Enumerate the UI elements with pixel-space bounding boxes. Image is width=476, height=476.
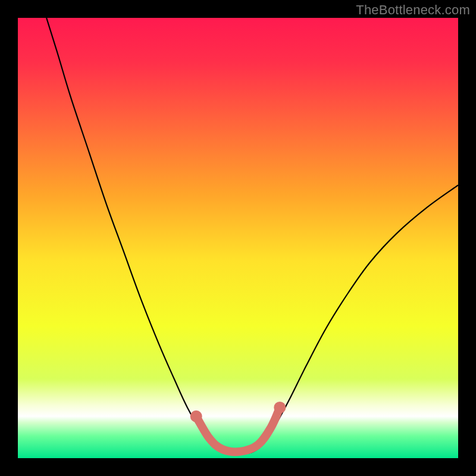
chart-frame: TheBottleneck.com (0, 0, 476, 476)
watermark-label: TheBottleneck.com (356, 2, 470, 18)
highlight-endpoint (274, 402, 286, 414)
highlight-endpoint (190, 411, 202, 422)
bottleneck-chart (0, 0, 476, 476)
